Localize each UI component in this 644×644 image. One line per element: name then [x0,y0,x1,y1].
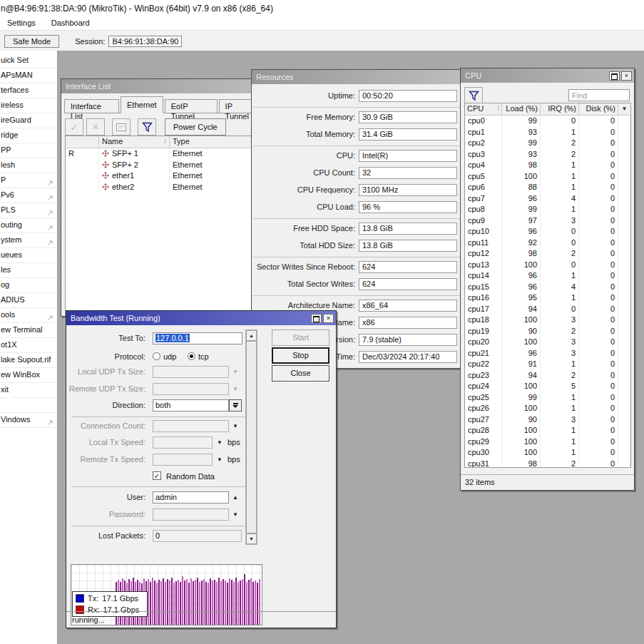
maximize-button[interactable] [609,71,620,81]
table-row[interactable]: SFP+ 2Ethernet [66,160,267,171]
irq-column-header[interactable]: IRQ (%) [541,103,579,115]
sidebar-item[interactable]: Pv6 [0,188,57,203]
cpu-row[interactable]: cpu219630 [465,348,630,359]
cpu-row[interactable]: cpu279030 [465,414,630,426]
test-to-input[interactable]: 127.0.0.1 [153,332,242,344]
sidebar-item[interactable]: PLS [0,203,57,218]
power-cycle-button[interactable]: Power Cycle [165,118,226,136]
table-row[interactable]: RSFP+ 1Ethernet [66,148,267,160]
sidebar-item[interactable]: og [0,278,57,293]
cpu-row[interactable]: cpu119200 [465,237,630,249]
find-input[interactable] [568,89,630,101]
cpu-row[interactable]: cpu2810010 [465,425,630,436]
close-button[interactable]: × [621,71,632,81]
table-row[interactable]: ether1Ethernet [66,170,267,182]
cpu-row[interactable]: cpu2010030 [465,337,630,348]
sidebar-item[interactable]: uick Set [0,53,57,68]
close-button[interactable]: × [323,314,334,323]
enable-button[interactable]: ✓ [65,118,83,136]
filter-button[interactable] [138,118,156,136]
scroll-down-button[interactable]: ▼ [246,533,257,544]
form-scrollbar[interactable]: ▲ ▼ [245,329,257,545]
table-row[interactable]: ether2Ethernet [66,182,267,193]
sidebar-item[interactable]: terfaces [0,83,57,98]
dropdown-icon[interactable]: ▼ [217,456,223,463]
cpu-column-header[interactable]: CPU/ [465,103,502,115]
sidebar-item[interactable]: les [0,263,57,278]
scrollbar-thumb[interactable] [246,341,257,533]
cpu-row[interactable]: cpu179400 [465,304,630,315]
sidebar-item[interactable]: Vindows [0,413,57,428]
cpu-filter-button[interactable] [464,87,483,104]
sidebar-item[interactable]: xit [0,383,57,398]
menu-dashboard[interactable]: Dashboard [48,17,97,29]
cpu-row[interactable]: cpu39320 [465,149,630,160]
sidebar-item[interactable]: ools [0,308,57,323]
cpu-row[interactable]: cpu49810 [465,160,630,171]
cpu-row[interactable]: cpu159640 [465,282,630,293]
cpu-row[interactable]: cpu1310000 [465,260,630,271]
tcp-radio-label[interactable]: tcp [198,352,209,361]
cpu-titlebar[interactable]: CPU × [461,68,634,83]
udp-radio[interactable] [153,352,160,360]
sidebar-item[interactable]: ADIUS [0,293,57,308]
bandwidth-titlebar[interactable]: Bandwidth Test (Running) × [66,311,336,325]
cpu-row[interactable]: cpu19310 [465,127,630,138]
sidebar-item[interactable]: ueues [0,248,57,263]
tab-ethernet[interactable]: Ethernet [121,96,163,113]
cpu-row[interactable]: cpu29920 [465,138,630,149]
cpu-row[interactable]: cpu239420 [465,370,630,382]
direction-select[interactable]: both [153,399,229,412]
up-icon[interactable]: ▲ [232,494,238,501]
random-data-checkbox[interactable]: ✓ [153,471,161,480]
cpu-row[interactable]: cpu129820 [465,248,630,260]
cpu-row[interactable]: cpu109600 [465,226,630,237]
cpu-row[interactable]: cpu199020 [465,326,630,337]
cpu-row[interactable]: cpu89910 [465,204,630,215]
disk-column-header[interactable]: Disk (%) [579,103,618,115]
sidebar-item[interactable]: PP [0,143,57,158]
tcp-radio[interactable] [188,352,195,360]
dropdown-icon[interactable]: ▼ [232,511,238,518]
sidebar-item[interactable]: lake Supout.rif [0,353,57,368]
sidebar-item[interactable]: ireless [0,98,57,113]
scroll-up-button[interactable]: ▲ [246,330,257,341]
cpu-row[interactable]: cpu3010010 [465,447,630,459]
sidebar-item[interactable]: ew Terminal [0,323,57,338]
cpu-row[interactable]: cpu149610 [465,270,630,282]
dropdown-icon[interactable]: ▼ [217,439,223,446]
cpu-row[interactable]: cpu09900 [465,116,630,127]
sidebar-item[interactable]: lesh [0,158,57,173]
cpu-row[interactable]: cpu68810 [465,182,630,193]
cpu-row[interactable]: cpu259910 [465,392,630,404]
cpu-row[interactable]: cpu2910010 [465,436,630,448]
safe-mode-button[interactable]: Safe Mode [4,35,59,48]
sidebar-item[interactable]: outing [0,218,57,233]
stop-button[interactable]: Stop [272,347,329,364]
resources-titlebar[interactable]: Resources [252,70,464,84]
cpu-row[interactable]: cpu2610010 [465,403,630,414]
sidebar-item[interactable]: ridge [0,128,57,143]
dropdown-icon[interactable]: ▼ [232,423,238,429]
load-column-header[interactable]: Load (%) [502,103,541,115]
direction-dropdown-button[interactable] [229,399,242,412]
user-input[interactable]: admin [153,491,229,504]
comment-button[interactable] [112,118,131,136]
sidebar-item[interactable]: ew WinBox [0,368,57,383]
sidebar-item[interactable]: APsMAN [0,68,57,83]
sidebar-item[interactable]: ot1X [0,338,57,353]
cpu-row[interactable]: cpu79640 [465,193,630,205]
disable-button[interactable]: ✕ [86,118,105,136]
maximize-button[interactable] [311,314,322,323]
cpu-row[interactable]: cpu510010 [465,171,630,183]
menu-settings[interactable]: Settings [4,17,43,29]
tab-eoip-tunnel[interactable]: EoIP Tunnel [165,99,218,113]
name-column-header[interactable]: Name/ [99,136,170,148]
sidebar-item[interactable]: P [0,173,57,188]
session-value[interactable]: B4:96:91:38:DA:90 [108,36,182,47]
sidebar-item[interactable]: ystem [0,233,57,248]
close-button[interactable]: Close [272,365,329,382]
flags-column-header[interactable] [66,136,99,148]
tab-interface-list[interactable]: Interface List [64,99,119,113]
column-dropdown-icon[interactable]: ▼ [618,103,630,115]
